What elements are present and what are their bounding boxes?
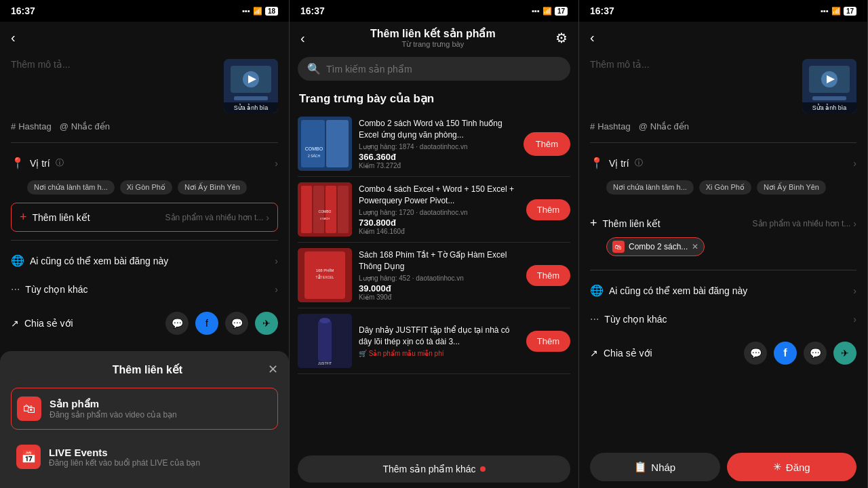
add-link-label-3: Thêm liên kết	[603, 218, 660, 229]
facebook-icon-1[interactable]: f	[195, 312, 218, 335]
location-chevron-1: ›	[275, 158, 278, 169]
add-btn-3[interactable]: Thêm	[526, 265, 570, 286]
linked-tag-close-1[interactable]: ✕	[692, 242, 698, 251]
chip-1a[interactable]: Nơi chứa lành tâm h...	[27, 180, 115, 195]
location-icon-1: 📍	[11, 157, 24, 169]
battery-3: 17	[844, 7, 856, 16]
product-price-1: 366.360đ	[359, 152, 517, 162]
product-thumb-2: COMBO 4 SÁCH	[298, 182, 352, 237]
settings-icon-2[interactable]: ⚙	[555, 30, 568, 46]
add-link-row-1[interactable]: + Thêm liên kết Sản phẩm và nhiều hơn t.…	[11, 203, 278, 232]
share-row-3: ↗ Chia sẻ với 💬 f 💬 ✈	[590, 333, 856, 373]
divider-3a	[590, 142, 856, 143]
dots-icon-1: ···	[11, 283, 20, 296]
draft-label-3: Nháp	[651, 462, 675, 473]
product-stock-2: Lượng hàng: 1720 · daotaotinhoc.vn	[359, 209, 519, 216]
share-row-1: ↗ Chia sẻ với 💬 f 💬 ✈	[11, 304, 278, 343]
telegram-icon-1[interactable]: ✈	[255, 312, 278, 335]
search-bar-2[interactable]: 🔍	[298, 57, 570, 81]
panel3-header: ‹	[579, 22, 867, 54]
product-stock-3: Lượng hàng: 452 · daotaotinhoc.vn	[359, 274, 519, 282]
mention-icon-3: @	[639, 121, 648, 131]
more-options-row-1[interactable]: ··· Tùy chọn khác ›	[11, 275, 278, 304]
description-placeholder-1[interactable]: Thêm mô tả...	[11, 59, 224, 70]
notification-dot-2	[480, 466, 486, 472]
panel3-content: Thêm mô tả... Sửa ảnh bìa # Hashtag @ Nh…	[579, 54, 867, 446]
status-bar-2: 16:37 ▪▪▪ 📶 17	[290, 0, 578, 22]
close-bottom-sheet-1[interactable]: ✕	[268, 362, 278, 377]
svg-rect-11	[301, 186, 312, 233]
bottom-sheet-1: Thêm liên kết ✕ 🛍 Sản phẩm Đăng sản phẩm…	[0, 351, 289, 488]
draft-button-3[interactable]: 📋 Nháp	[590, 453, 720, 481]
chip-1b[interactable]: Xi Gòn Phố	[120, 180, 172, 195]
location-row-3[interactable]: 📍 Vị trí ⓘ ›	[590, 148, 856, 178]
facebook-icon-3[interactable]: f	[774, 342, 797, 365]
add-btn-1[interactable]: Thêm	[524, 132, 570, 156]
description-area-3: Thêm mô tả... Sửa ảnh bìa	[590, 59, 856, 113]
message-icon-3[interactable]: 💬	[804, 342, 827, 365]
back-button-3[interactable]: ‹	[590, 27, 600, 48]
bottom-sheet-header-1: Thêm liên kết ✕	[11, 362, 278, 377]
more-options-row-3[interactable]: ··· Tùy chọn khác ›	[590, 305, 856, 333]
product-item-1: COMBO 2 SÁCH Combo 2 sách Word và 150 Ti…	[298, 111, 570, 177]
divider-1a	[11, 142, 278, 143]
add-more-btn-2[interactable]: Thêm sản phẩm khác	[298, 455, 570, 483]
add-btn-2[interactable]: Thêm	[526, 199, 570, 220]
hashtag-btn-3[interactable]: # Hashtag	[590, 121, 631, 131]
add-btn-4[interactable]: Thêm	[526, 331, 570, 352]
chip-1c[interactable]: Nơi Ấy Bình Yên	[178, 180, 247, 195]
hashtag-btn-1[interactable]: # Hashtag	[11, 121, 52, 131]
location-label-3: Vị trí	[609, 158, 629, 169]
description-placeholder-3[interactable]: Thêm mô tả...	[590, 59, 802, 70]
location-row-1[interactable]: 📍 Vị trí ⓘ ›	[11, 148, 278, 178]
product-item-title-1: Sản phẩm	[50, 398, 177, 410]
product-thumb-3: 168 PHÍM TẮT EXCEL	[298, 248, 352, 302]
svg-rect-6	[301, 120, 325, 167]
edit-cover-label-3[interactable]: Sửa ảnh bìa	[802, 102, 856, 113]
back-button-1[interactable]: ‹	[11, 27, 21, 48]
post-button-3[interactable]: ✳ Đăng	[727, 453, 857, 481]
edit-cover-label-1[interactable]: Sửa ảnh bìa	[224, 102, 278, 113]
visibility-chevron-3: ›	[853, 285, 856, 296]
chip-3b[interactable]: Xi Gòn Phố	[699, 180, 751, 195]
action-bar-3: 📋 Nháp ✳ Đăng	[579, 446, 867, 488]
messenger-icon-1[interactable]: 💬	[165, 312, 189, 335]
free-badge-4: 🛒 Sản phẩm mẫu miễn phí	[359, 350, 519, 357]
linked-tag-1[interactable]: 🛍 Combo 2 sách... ✕	[606, 237, 705, 256]
product-info-1: Combo 2 sách Word và 150 Tinh huống Exce…	[359, 118, 517, 169]
back-button-2[interactable]: ‹	[300, 28, 311, 49]
hashtag-icon-3: #	[590, 121, 595, 131]
search-input-2[interactable]	[326, 64, 561, 75]
mention-btn-3[interactable]: @ Nhắc đến	[639, 121, 689, 131]
product-info-3: Sách 168 Phím Tắt + Tờ Gấp Hàm Excel Thô…	[359, 249, 519, 301]
product-earn-2: Kiếm 146.160đ	[359, 228, 519, 235]
svg-text:JUSTFIT: JUSTFIT	[318, 361, 332, 365]
time-2: 16:37	[300, 5, 325, 16]
sheet-item-product-1[interactable]: 🛍 Sản phẩm Đăng sản phẩm vào video của b…	[11, 388, 278, 430]
svg-point-23	[319, 318, 330, 323]
section-title-2: Trang trưng bày của bạn	[290, 86, 578, 111]
visibility-row-3[interactable]: 🌐 Ai cũng có thể xem bài đăng này ›	[590, 276, 856, 305]
panel-create-post-linked: 16:37 ▪▪▪ 📶 17 ‹ Thêm mô tả... Sửa ảnh b…	[579, 0, 868, 488]
visibility-row-1[interactable]: 🌐 Ai cũng có thể xem bài đăng này ›	[11, 246, 278, 275]
svg-rect-2	[234, 96, 268, 100]
location-chips-3: Nơi chứa lành tâm h... Xi Gòn Phố Nơi Ấy…	[590, 178, 856, 203]
signal-icon-3: ▪▪▪	[821, 7, 829, 15]
message-icon-1[interactable]: 💬	[225, 312, 248, 335]
messenger-icon-3[interactable]: 💬	[744, 342, 767, 365]
chip-3a[interactable]: Nơi chứa lành tâm h...	[606, 180, 694, 195]
sheet-item-live-1[interactable]: 📅 LIVE Events Đăng liên kết vào buổi phá…	[11, 436, 278, 477]
chip-3c[interactable]: Nơi Ấy Bình Yên	[757, 180, 826, 195]
status-bar-3: 16:37 ▪▪▪ 📶 17	[579, 0, 867, 22]
mention-icon-1: @	[60, 121, 68, 131]
svg-text:COMBO: COMBO	[305, 146, 323, 151]
telegram-icon-3[interactable]: ✈	[833, 342, 856, 365]
post-label-3: Đăng	[786, 462, 810, 473]
location-label-1: Vị trí	[30, 158, 50, 169]
mention-btn-1[interactable]: @ Nhắc đến	[60, 121, 110, 131]
hashtag-icon-1: #	[11, 121, 16, 131]
svg-text:2 SÁCH: 2 SÁCH	[308, 154, 320, 158]
plus-icon-3: +	[590, 216, 597, 230]
time-3: 16:37	[590, 5, 614, 16]
more-options-chevron-3: ›	[853, 314, 856, 325]
